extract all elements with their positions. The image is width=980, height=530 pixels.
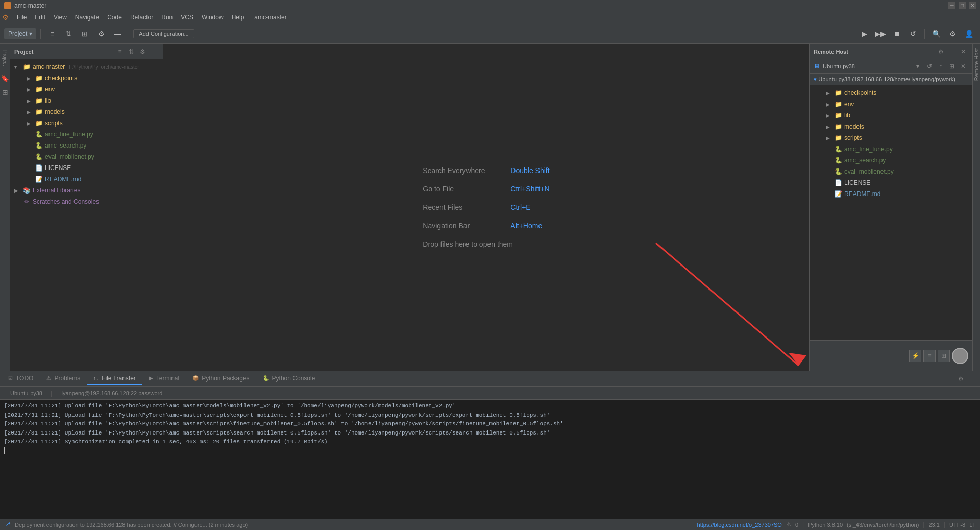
add-config-button[interactable]: Add Configuration... bbox=[133, 29, 194, 38]
svg-marker-1 bbox=[789, 353, 806, 366]
remote-panel-close-btn[interactable]: ✕ bbox=[958, 46, 968, 57]
tree-models[interactable]: ▶ 📁 models bbox=[10, 106, 163, 117]
maximize-button[interactable]: □ bbox=[959, 2, 966, 9]
menu-help[interactable]: Help bbox=[228, 13, 249, 22]
remote-open-btn[interactable]: ⊞ bbox=[947, 61, 957, 71]
toolbar-list-btn[interactable]: ≡ bbox=[45, 27, 59, 41]
remote-sync-btn[interactable]: ↺ bbox=[924, 61, 935, 71]
remote-server-row[interactable]: 🖥 Ubuntu-py38 ▾ ↺ ↑ ⊞ ✕ bbox=[810, 59, 972, 74]
server-path-icon: ▾ bbox=[814, 76, 817, 82]
remote-btn-1[interactable]: ⚡ bbox=[909, 350, 921, 362]
status-deployment[interactable]: Deployment configuration to 192.168.66.1… bbox=[15, 522, 248, 528]
status-line-ending[interactable]: LF bbox=[969, 522, 976, 528]
toolbar-rebuild-btn[interactable]: ↺ bbox=[906, 27, 920, 41]
remote-tree-checkpoints[interactable]: ▶ 📁 checkpoints bbox=[810, 87, 972, 99]
tree-scripts[interactable]: ▶ 📁 scripts bbox=[10, 117, 163, 129]
tree-amc-search[interactable]: 🐍 amc_search.py bbox=[10, 140, 163, 151]
remote-tree-eval-mobilenet[interactable]: 🐍 eval_mobilenet.py bbox=[810, 166, 972, 177]
menu-bar: ⚙ File Edit View Navigate Code Refactor … bbox=[0, 11, 980, 23]
tree-external-libs[interactable]: ▶ 📚 External Libraries bbox=[10, 185, 163, 196]
tree-checkpoints[interactable]: ▶ 📁 checkpoints bbox=[10, 73, 163, 84]
panel-close-btn[interactable]: — bbox=[149, 46, 159, 57]
remote-host-label[interactable]: Remote Host bbox=[972, 44, 980, 85]
menu-view[interactable]: View bbox=[50, 13, 71, 22]
remote-tree-license[interactable]: 📄 LICENSE bbox=[810, 177, 972, 188]
toolbar-run-btn[interactable]: ▶ bbox=[857, 27, 871, 41]
cursor-blink bbox=[4, 447, 5, 454]
tree-lib[interactable]: ▶ 📁 lib bbox=[10, 95, 163, 106]
left-tab-project[interactable]: Project bbox=[1, 48, 9, 68]
tab-python-packages[interactable]: 📦 Python Packages bbox=[186, 373, 255, 385]
tree-amc-fine-tune[interactable]: 🐍 amc_fine_tune.py bbox=[10, 129, 163, 140]
remote-close-btn2[interactable]: ✕ bbox=[958, 61, 968, 71]
status-url[interactable]: https://blog.csdn.net/o_237307SO bbox=[697, 522, 782, 528]
remote-tree-env[interactable]: ▶ 📁 env bbox=[810, 99, 972, 110]
menu-edit[interactable]: Edit bbox=[31, 13, 50, 22]
tab-problems[interactable]: ⚠ Problems bbox=[40, 373, 86, 385]
tree-readme[interactable]: 📝 README.md bbox=[10, 174, 163, 185]
toolbar-search-btn[interactable]: 🔍 bbox=[929, 27, 943, 41]
project-selector[interactable]: Project ▾ bbox=[4, 28, 36, 39]
remote-btn-3[interactable]: ⊞ bbox=[938, 350, 950, 362]
remote-panel-settings-btn[interactable]: ⚙ bbox=[936, 46, 946, 57]
tree-scratches[interactable]: ✏ Scratches and Consoles bbox=[10, 196, 163, 207]
toolbar-sort-btn[interactable]: ⇅ bbox=[61, 27, 76, 41]
tab-terminal[interactable]: ▶ Terminal bbox=[143, 373, 185, 385]
tree-eval-mobilenet[interactable]: 🐍 eval_mobilenet.py bbox=[10, 151, 163, 162]
tree-env[interactable]: ▶ 📁 env bbox=[10, 84, 163, 95]
toolbar-stop-btn[interactable]: ⏹ bbox=[890, 27, 904, 41]
remote-tree-readme[interactable]: 📝 README.md bbox=[810, 188, 972, 200]
title-bar-controls[interactable]: ─ □ ✕ bbox=[948, 2, 976, 9]
bottom-minimize-btn[interactable]: — bbox=[968, 374, 978, 384]
remote-tree-lib[interactable]: ▶ 📁 lib bbox=[810, 110, 972, 121]
minimize-button[interactable]: ─ bbox=[948, 2, 955, 9]
remote-panel-minimize-btn[interactable]: — bbox=[947, 46, 957, 57]
bottom-settings-btn[interactable]: ⚙ bbox=[955, 374, 966, 384]
r-license-label: LICENSE bbox=[844, 179, 870, 186]
tree-license[interactable]: 📄 LICENSE bbox=[10, 162, 163, 174]
tab-problems-label: Problems bbox=[54, 375, 80, 382]
menu-code[interactable]: Code bbox=[103, 13, 126, 22]
remote-tree-amc-fine-tune[interactable]: 🐍 amc_fine_tune.py bbox=[810, 143, 972, 155]
remote-upload-btn[interactable]: ↑ bbox=[936, 61, 946, 71]
menu-refactor[interactable]: Refactor bbox=[126, 13, 157, 22]
toolbar-minimize-btn[interactable]: — bbox=[110, 27, 125, 41]
tab-python-console[interactable]: 🐍 Python Console bbox=[257, 373, 322, 385]
menu-vcs[interactable]: VCS bbox=[177, 13, 198, 22]
toolbar-settings-btn[interactable]: ⚙ bbox=[94, 27, 108, 41]
remote-tree-scripts[interactable]: ▶ 📁 scripts bbox=[810, 132, 972, 143]
remote-tree-amc-search[interactable]: 🐍 amc_search.py bbox=[810, 155, 972, 166]
r-env-label: env bbox=[844, 101, 854, 108]
hint-nav-label: Navigation Bar bbox=[423, 222, 504, 230]
toolbar-ssh-label[interactable]: liyanpeng@192.168.66.128:22 password bbox=[54, 389, 168, 397]
bottom-content: [2021/7/31 11:21] Upload file 'F:\Python… bbox=[0, 400, 980, 519]
remote-server-name: Ubuntu-py38 bbox=[823, 63, 913, 69]
toolbar-profile-btn[interactable]: 👤 bbox=[962, 27, 976, 41]
close-button[interactable]: ✕ bbox=[969, 2, 976, 9]
remote-tree-models[interactable]: ▶ 📁 models bbox=[810, 121, 972, 132]
panel-list-btn[interactable]: ≡ bbox=[115, 46, 125, 57]
status-encoding[interactable]: UTF-8 bbox=[949, 522, 965, 528]
menu-navigate[interactable]: Navigate bbox=[71, 13, 103, 22]
app-logo-icon: ⚙ bbox=[2, 13, 9, 21]
panel-settings-btn[interactable]: ⚙ bbox=[137, 46, 148, 57]
menu-file[interactable]: File bbox=[13, 13, 31, 22]
panel-sort-btn[interactable]: ⇅ bbox=[126, 46, 136, 57]
toolbar-debug-btn[interactable]: ▶▶ bbox=[873, 27, 888, 41]
checkpoints-folder-icon: 📁 bbox=[35, 75, 43, 82]
toolbar-settings2-btn[interactable]: ⚙ bbox=[945, 27, 960, 41]
tab-todo[interactable]: ☑ TODO bbox=[2, 373, 39, 385]
tab-file-transfer[interactable]: ↑↓ File Transfer bbox=[87, 373, 142, 385]
r-lib-label: lib bbox=[844, 112, 850, 119]
remote-btn-2[interactable]: ≡ bbox=[923, 350, 936, 362]
status-python-version[interactable]: Python 3.8.10 bbox=[808, 522, 843, 528]
left-tab-bookmark-icon[interactable]: 🔖 bbox=[1, 74, 9, 82]
tree-root-item[interactable]: ▾ 📁 amc-master F:\Python\PyTorch\amc-mas… bbox=[10, 61, 163, 73]
toolbar-expand-btn[interactable]: ⊞ bbox=[78, 27, 92, 41]
menu-window[interactable]: Window bbox=[198, 13, 228, 22]
menu-run[interactable]: Run bbox=[157, 13, 177, 22]
status-line-col[interactable]: 23:1 bbox=[928, 522, 939, 528]
editor-area: Search Everywhere Double Shift Go to Fil… bbox=[163, 44, 809, 371]
toolbar-ubuntu-py38[interactable]: Ubuntu-py38 bbox=[4, 389, 48, 397]
left-tab-structure-icon[interactable]: ⊞ bbox=[2, 88, 8, 97]
